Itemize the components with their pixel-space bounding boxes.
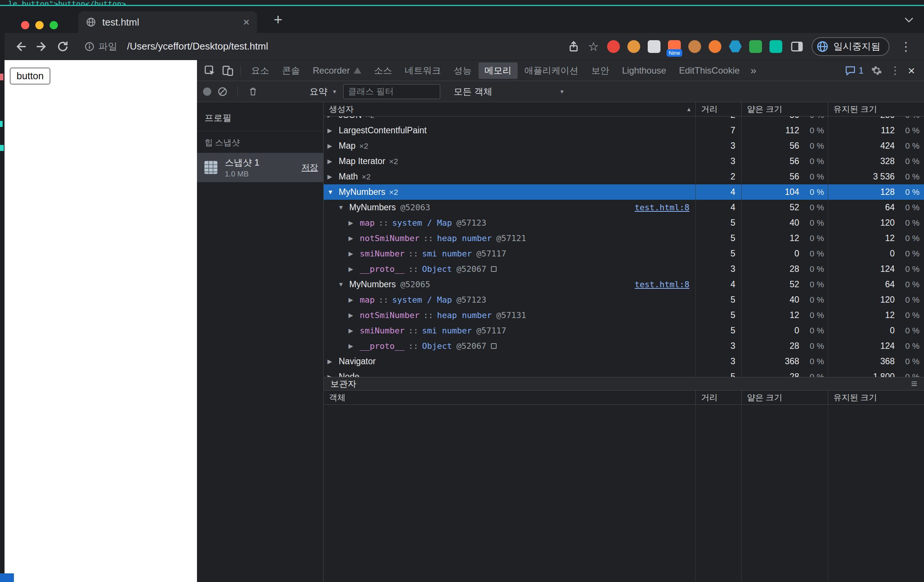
new-tab-button[interactable]: + <box>270 11 286 28</box>
expand-arrow-icon[interactable]: ▶ <box>327 373 339 377</box>
cookie-icon[interactable] <box>688 40 701 53</box>
source-location-link[interactable]: test.html:8 <box>635 280 693 289</box>
column-header-distance[interactable]: 거리 <box>695 102 741 116</box>
heap-row-Map Iterator[interactable]: ▶Map Iterator×23560 %3280 % <box>323 154 924 169</box>
heap-row-MyNumbers[interactable]: ▼MyNumbers@52065test.html:84520 %640 % <box>323 277 924 292</box>
person-extension-icon[interactable] <box>627 40 640 53</box>
devtools-tab-메모리[interactable]: 메모리 <box>478 62 518 79</box>
heap-row-MyNumbers[interactable]: ▼MyNumbers@52063test.html:84520 %640 % <box>323 200 924 215</box>
issues-counter[interactable]: 1 <box>845 65 863 76</box>
perspective-select[interactable]: 요약 ▼ <box>309 85 337 98</box>
devtools-tab-Lighthouse[interactable]: Lighthouse <box>616 62 672 79</box>
browser-tab[interactable]: test.html × <box>78 11 257 33</box>
column-header-constructor[interactable]: 생성자 ▲ <box>323 102 695 116</box>
puzzle-extension-icon[interactable] <box>749 40 762 53</box>
snapshot-item[interactable]: 스냅샷 1 1.0 MB 저장 <box>197 153 323 182</box>
devtools-tab-애플리케이션[interactable]: 애플리케이션 <box>518 62 584 79</box>
devtools-tab-EditThisCookie[interactable]: EditThisCookie <box>673 62 746 79</box>
devtools-tab-요소[interactable]: 요소 <box>245 62 275 79</box>
heap-row-map[interactable]: ▶map::system / Map@571235400 %1200 % <box>323 215 924 230</box>
heap-row-Map[interactable]: ▶Map×23560 %4240 % <box>323 138 924 154</box>
reveal-object-icon[interactable] <box>491 266 497 272</box>
record-heap-icon[interactable] <box>203 87 211 96</box>
heap-row-smiNumber[interactable]: ▶smiNumber::smi number@57117500 %00 % <box>323 246 924 261</box>
devtools-tab-네트워크[interactable]: 네트워크 <box>399 62 447 79</box>
reload-button-icon[interactable] <box>56 40 69 53</box>
devtools-tab-보안[interactable]: 보안 <box>585 62 615 79</box>
expand-arrow-icon[interactable]: ▶ <box>348 342 360 350</box>
orange-ball-extension-icon[interactable] <box>709 40 721 53</box>
share-icon[interactable] <box>568 41 580 53</box>
settings-gear-icon[interactable] <box>871 65 882 76</box>
devtools-menu-kebab-icon[interactable]: ⋮ <box>890 64 900 77</box>
devtools-tab-콘솔[interactable]: 콘솔 <box>276 62 306 79</box>
macos-zoom-button[interactable] <box>50 21 58 29</box>
column-header-retained-size[interactable]: 유지된 크기 <box>828 102 924 116</box>
expand-arrow-icon[interactable]: ▶ <box>327 142 339 150</box>
collapse-arrow-icon[interactable]: ▼ <box>338 281 349 288</box>
browser-menu-kebab-icon[interactable]: ⋮ <box>898 39 914 54</box>
column-header-object[interactable]: 객체 <box>323 391 695 404</box>
expand-arrow-icon[interactable]: ▶ <box>327 358 339 365</box>
macos-minimize-button[interactable] <box>35 21 44 29</box>
hexagon-extension-icon[interactable] <box>729 40 742 53</box>
expand-arrow-icon[interactable]: ▶ <box>327 173 339 180</box>
reveal-object-icon[interactable] <box>491 343 497 349</box>
address-bar-url[interactable]: /Users/yceffort/Desktop/test.html <box>127 41 268 52</box>
column-header-shallow-size[interactable]: 얕은 크기 <box>741 391 828 404</box>
new-extension-icon[interactable]: New <box>668 40 681 53</box>
devtools-tab-성능[interactable]: 성능 <box>448 62 478 79</box>
expand-arrow-icon[interactable]: ▶ <box>327 127 339 134</box>
expand-arrow-icon[interactable]: ▶ <box>348 327 360 334</box>
heap-row-notSmiNumber[interactable]: ▶notSmiNumber::heap number@571215120 %12… <box>323 230 924 246</box>
heap-row-map[interactable]: ▶map::system / Map@571235400 %1200 % <box>323 292 924 307</box>
side-panel-icon[interactable] <box>790 41 804 52</box>
page-button[interactable]: button <box>10 67 50 84</box>
bookmark-star-icon[interactable]: ☆ <box>588 41 599 53</box>
devtools-close-icon[interactable]: × <box>908 64 915 77</box>
delete-snapshot-trash-icon[interactable] <box>248 86 258 97</box>
tab-search-chevron-icon[interactable] <box>904 16 914 23</box>
more-tabs-chevron[interactable]: » <box>746 64 761 77</box>
class-filter-input[interactable] <box>343 84 440 99</box>
column-header-shallow-size[interactable]: 얕은 크기 <box>741 102 828 116</box>
profile-badge[interactable]: 일시중지됨 <box>812 37 889 56</box>
heap-row-Node[interactable]: ▶Node5280 %1 8000 % <box>323 369 924 377</box>
collapse-arrow-icon[interactable]: ▼ <box>338 204 349 211</box>
expand-arrow-icon[interactable]: ▶ <box>348 265 360 273</box>
heap-row-MyNumbers[interactable]: ▼MyNumbers×241040 %1280 % <box>323 184 924 200</box>
teal-square-extension-icon[interactable] <box>769 40 782 53</box>
heap-row-Math[interactable]: ▶Math×22560 %3 5360 % <box>323 169 924 184</box>
save-snapshot-link[interactable]: 저장 <box>302 162 318 173</box>
column-header-distance[interactable]: 거리 <box>695 391 741 404</box>
heap-row-LargestContentfulPaint[interactable]: ▶LargestContentfulPaint71120 %1120 % <box>323 123 924 138</box>
expand-arrow-icon[interactable]: ▶ <box>348 296 360 303</box>
adblock-hand-icon[interactable] <box>607 40 620 53</box>
heap-row-smiNumber[interactable]: ▶smiNumber::smi number@57117500 %00 % <box>323 323 924 338</box>
expand-arrow-icon[interactable]: ▶ <box>348 250 360 257</box>
heap-row-__proto__[interactable]: ▶__proto__::Object@520673280 %1240 % <box>323 261 924 277</box>
heap-row-JSON[interactable]: ▶JSON×22560 %2560 % <box>323 117 924 123</box>
retainers-menu-icon[interactable]: ≡ <box>911 378 917 389</box>
back-button-icon[interactable] <box>14 40 27 53</box>
expand-arrow-icon[interactable]: ▶ <box>348 235 360 242</box>
file-scheme-chip[interactable]: 파일 <box>84 40 117 53</box>
source-location-link[interactable]: test.html:8 <box>635 203 693 212</box>
heap-row-notSmiNumber[interactable]: ▶notSmiNumber::heap number@571315120 %12… <box>323 307 924 323</box>
inspect-element-icon[interactable] <box>204 64 216 77</box>
devtools-tab-Recorder[interactable]: Recorder <box>307 62 367 79</box>
heap-row-__proto__[interactable]: ▶__proto__::Object@520673280 %1240 % <box>323 338 924 354</box>
gray-square-extension-icon[interactable] <box>648 40 660 53</box>
expand-arrow-icon[interactable]: ▶ <box>348 312 360 319</box>
column-header-retained-size[interactable]: 유지된 크기 <box>828 391 924 404</box>
tab-close-icon[interactable]: × <box>243 16 249 28</box>
devtools-tab-소스[interactable]: 소스 <box>368 62 398 79</box>
macos-close-button[interactable] <box>21 21 29 29</box>
collapse-arrow-icon[interactable]: ▼ <box>327 189 339 196</box>
expand-arrow-icon[interactable]: ▶ <box>327 158 339 165</box>
objects-scope-select[interactable]: 모든 객체 ▼ <box>454 85 564 98</box>
expand-arrow-icon[interactable]: ▶ <box>348 219 360 227</box>
forward-button-icon[interactable] <box>35 40 48 53</box>
expand-arrow-icon[interactable]: ▶ <box>327 117 339 118</box>
heap-row-Navigator[interactable]: ▶Navigator33680 %3680 % <box>323 354 924 369</box>
